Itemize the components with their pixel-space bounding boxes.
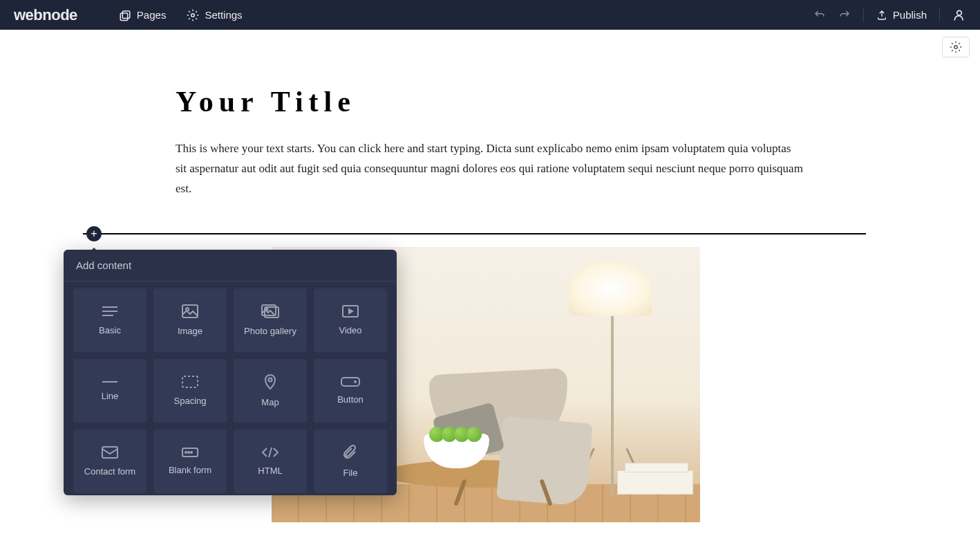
pages-icon xyxy=(119,9,131,21)
tile-image[interactable]: Image xyxy=(153,288,227,352)
tile-label: Spacing xyxy=(174,396,207,407)
image-icon xyxy=(181,304,199,319)
code-icon xyxy=(261,446,279,459)
gear-icon xyxy=(187,9,199,21)
svg-point-22 xyxy=(188,452,189,453)
svg-point-18 xyxy=(355,381,356,383)
basic-icon xyxy=(101,304,119,318)
add-content-panel: Add content Basic Image xyxy=(64,250,397,495)
svg-rect-0 xyxy=(122,11,130,19)
publish-button[interactable]: Publish xyxy=(876,9,927,21)
tile-label: Image xyxy=(178,326,202,338)
insert-line xyxy=(83,233,866,234)
tile-file[interactable]: File xyxy=(314,430,387,493)
popup-title: Add content xyxy=(64,250,397,282)
button-icon xyxy=(340,376,361,387)
form-icon xyxy=(181,447,199,458)
paperclip-icon xyxy=(343,444,357,461)
tile-label: Button xyxy=(337,394,364,406)
settings-nav[interactable]: Settings xyxy=(187,9,242,21)
svg-rect-8 xyxy=(182,305,198,317)
divider xyxy=(939,8,940,22)
svg-point-4 xyxy=(954,46,958,49)
tile-line[interactable]: Line xyxy=(73,359,147,423)
tile-spacing[interactable]: Spacing xyxy=(153,359,227,423)
svg-point-3 xyxy=(957,10,962,15)
tile-label: Contact form xyxy=(84,466,135,478)
tile-video[interactable]: Video xyxy=(314,288,387,352)
tile-button[interactable]: Button xyxy=(314,359,387,423)
svg-rect-17 xyxy=(341,378,359,386)
undo-icon[interactable] xyxy=(813,9,826,21)
svg-rect-15 xyxy=(182,376,198,387)
editor-canvas: Your Title This is where your text start… xyxy=(0,30,980,534)
logo: webnode xyxy=(14,6,77,24)
top-toolbar: webnode Pages Settings Publish xyxy=(0,0,980,30)
tile-label: HTML xyxy=(258,466,282,477)
mail-icon xyxy=(101,445,119,459)
tile-map[interactable]: Map xyxy=(234,359,307,423)
gear-icon xyxy=(950,41,962,53)
plus-icon: + xyxy=(91,228,97,240)
svg-point-21 xyxy=(185,452,187,453)
tile-label: Blank form xyxy=(169,465,211,477)
tile-label: Map xyxy=(261,397,279,409)
tile-html[interactable]: HTML xyxy=(234,430,307,493)
pages-label: Pages xyxy=(137,9,167,21)
add-content-button[interactable]: + xyxy=(86,226,102,241)
tile-photo-gallery[interactable]: Photo gallery xyxy=(234,288,307,352)
tile-label: Line xyxy=(102,391,119,403)
page-title[interactable]: Your Title xyxy=(176,85,836,118)
redo-icon[interactable] xyxy=(838,9,851,21)
tile-label: Basic xyxy=(99,325,121,337)
paragraph-1[interactable]: This is where your text starts. You can … xyxy=(176,139,804,199)
svg-rect-19 xyxy=(102,447,117,458)
tile-contact-form[interactable]: Contact form xyxy=(73,430,147,493)
svg-point-2 xyxy=(191,13,195,17)
settings-label: Settings xyxy=(205,9,242,21)
divider xyxy=(863,8,864,22)
svg-point-16 xyxy=(269,378,272,381)
user-icon[interactable] xyxy=(952,8,966,22)
section-settings-button[interactable] xyxy=(942,37,970,57)
upload-icon xyxy=(876,10,887,21)
tile-blank-form[interactable]: Blank form xyxy=(153,430,227,493)
svg-point-23 xyxy=(191,452,192,453)
pages-nav[interactable]: Pages xyxy=(119,9,167,21)
tile-label: File xyxy=(343,468,358,479)
line-icon xyxy=(101,380,119,384)
svg-rect-1 xyxy=(120,13,128,21)
tile-label: Video xyxy=(339,325,361,337)
publish-label: Publish xyxy=(893,9,927,21)
tile-basic[interactable]: Basic xyxy=(73,288,147,352)
gallery-icon xyxy=(261,304,280,319)
tile-label: Photo gallery xyxy=(244,326,296,338)
map-pin-icon xyxy=(263,374,277,390)
video-icon xyxy=(341,304,359,318)
spacing-icon xyxy=(181,375,199,389)
